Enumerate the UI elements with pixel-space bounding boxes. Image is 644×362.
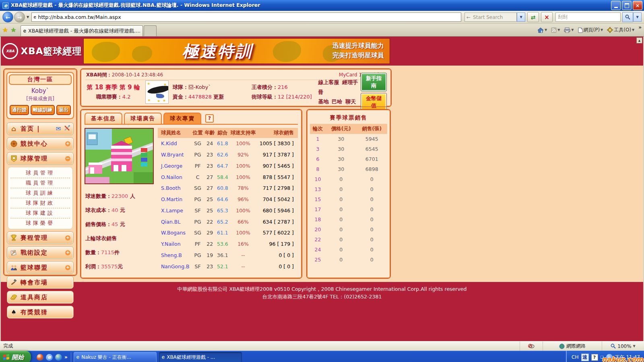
messenger-icon[interactable] — [55, 354, 62, 361]
refresh-button[interactable]: ⇄ — [527, 12, 539, 22]
tab-basic-info[interactable]: 基本信息 — [85, 113, 122, 124]
player-name-link[interactable]: K.Kidd — [158, 138, 192, 149]
sale-price: 45 — [111, 221, 118, 227]
sidebar-item-quiz[interactable]: ♠ 有獎競猜 — [7, 306, 74, 319]
taskbar-task-xba[interactable]: e XBA籃球經理遊戲 - ... — [159, 352, 242, 362]
ime-help-icon[interactable]: ? — [591, 354, 598, 361]
player-row: K.Kidd SG 24 61.8 100% 1005 [ 3830 ] — [158, 138, 298, 149]
toolbar-overflow-icon[interactable]: » — [638, 25, 642, 30]
sidebar-item-competition[interactable]: 競技中心 + — [7, 137, 74, 150]
player-name-link[interactable]: J.George — [158, 160, 192, 172]
favorites-icon[interactable]: ★ — [2, 26, 8, 34]
search-options-dropdown[interactable]: ▼ — [633, 12, 642, 22]
close-button[interactable]: × — [633, 1, 642, 10]
submenu-player-management[interactable]: 球員管理 — [10, 168, 70, 178]
scroll-top-button[interactable]: ▲ — [636, 37, 642, 43]
ie-quicklaunch-icon[interactable]: e — [46, 354, 53, 361]
submenu-staff-management[interactable]: 職員管理 — [10, 178, 70, 188]
help-icon[interactable]: ? — [205, 114, 214, 123]
player-support: 16% — [229, 239, 257, 250]
player-support: 100% — [229, 138, 257, 149]
taskbar-task-nakuz[interactable]: e Nakuz 樂古 - 正在衝... — [74, 352, 157, 362]
submenu-player-training[interactable]: 球員訓練 — [10, 188, 70, 198]
feeds-button[interactable]: ▼ — [551, 27, 560, 33]
tray-collapse-icon[interactable]: ‹ — [606, 354, 613, 360]
ime-toolbar-icon[interactable]: ❏ — [601, 355, 604, 359]
upgrade-member-link[interactable]: [升級成會員] — [9, 95, 72, 102]
search-go-button[interactable] — [622, 12, 633, 22]
player-name-link[interactable]: Sheng.B — [158, 250, 192, 261]
submenu-team-honor[interactable]: 球隊榮譽 — [10, 218, 70, 228]
tools-menu-button[interactable]: 工具(O) ▼ — [607, 27, 634, 33]
sidebar-item-tactics[interactable]: 戰術設定 + — [7, 246, 74, 259]
player-name-link[interactable]: O.Martin — [158, 194, 192, 205]
start-button[interactable]: 開始 — [0, 351, 31, 362]
ime-mode-icon[interactable]: 速 — [581, 354, 589, 361]
chat-link[interactable]: 聊天 — [345, 99, 356, 105]
player-name-link[interactable]: W.Bogans — [158, 227, 192, 239]
new-tab-button[interactable] — [144, 25, 157, 36]
tab-stadium-ads[interactable]: 球場廣告 — [124, 113, 162, 124]
add-favorite-icon[interactable]: ★ — [10, 26, 16, 34]
browser-tab-active[interactable]: e XBA籃球經理遊戲 - 最火爆的在線籃球經理遊戲.... — [21, 25, 143, 36]
window-title: XBA籃球經理遊戲 - 最火爆的在線籃球經理遊戲.街頭籃球.NBA.籃球論壇. … — [11, 2, 610, 9]
sidebar-item-item-shop[interactable]: 道具商店 — [7, 291, 74, 304]
offline-training-button[interactable]: 離線訓練 — [31, 105, 55, 115]
gold-topup-button[interactable]: 金幣儲值 — [361, 93, 386, 111]
baha-link[interactable]: 巴哈 — [332, 99, 342, 105]
ticket-round: 18 — [310, 214, 326, 224]
ticket-sold: 0 — [357, 234, 387, 245]
player-jersey-sales: 717 [ 2798 ] — [257, 183, 298, 194]
tools-icon[interactable] — [64, 125, 70, 132]
player-age: 25 — [204, 205, 216, 216]
ticket-round: 8 — [310, 164, 326, 174]
page-menu-button[interactable]: 網頁(P) ▼ — [578, 27, 603, 33]
search-provider-box[interactable]: ← Start Search — [464, 12, 517, 22]
player-age: 24 — [204, 138, 216, 149]
ticket-round: 13 — [310, 184, 326, 194]
funds-update-link[interactable]: 更新 — [213, 94, 224, 100]
pass-button[interactable]: 通行證 — [10, 105, 29, 115]
player-jersey-sales: 1005 [ 3830 ] — [257, 138, 298, 149]
zoom-control[interactable]: 100% ▼ — [602, 341, 644, 351]
player-name-link[interactable]: Qian.BL — [158, 216, 192, 227]
newbie-guide-button[interactable]: 新手指南 — [361, 73, 386, 91]
search-hint: Start Search — [473, 14, 503, 20]
submenu-team-construction[interactable]: 球隊建設 — [10, 208, 70, 218]
player-name-link[interactable]: O.Nailon — [158, 171, 192, 183]
sidebar-item-transfer-market[interactable]: 轉會市場 — [7, 276, 74, 289]
print-button[interactable]: ▼ — [564, 27, 574, 33]
logout-button[interactable]: 退出 — [56, 105, 71, 115]
online-service-link[interactable]: 線上客服 — [318, 79, 339, 85]
home-menu-button[interactable]: ▼ — [537, 27, 547, 33]
quicklaunch-overflow-icon[interactable]: » — [64, 354, 68, 360]
player-name-link[interactable]: X.Lampe — [158, 205, 192, 216]
ime-language-indicator[interactable]: CH — [572, 354, 578, 360]
ad-banner[interactable]: 極速特訓 迅速提升球員能力 完美打造明星球員 — [83, 38, 390, 64]
search-input[interactable]: 刮刮 — [555, 12, 621, 22]
address-bar[interactable]: e http://nba.xba.com.tw/Main.aspx — [31, 12, 461, 22]
tab-jersey-shop[interactable]: 球衣專賣 — [163, 113, 201, 124]
sidebar-item-home[interactable]: ⌂ 首页 | ✉ — [7, 122, 74, 135]
player-name-link[interactable]: S.Booth — [158, 183, 192, 194]
search-provider-dropdown[interactable]: ▼ — [517, 12, 525, 22]
player-name-link[interactable]: W.Bryant — [158, 149, 192, 160]
forward-button[interactable]: → — [14, 12, 25, 23]
history-dropdown-icon[interactable]: ▼ — [27, 15, 29, 19]
back-button[interactable]: ← — [2, 12, 13, 23]
base-link[interactable]: 基地 — [318, 99, 329, 105]
player-name-link[interactable]: Y.Nailon — [158, 239, 192, 250]
sidebar-item-schedule[interactable]: 賽程管理 + — [7, 231, 74, 244]
sidebar-item-league[interactable]: 籃球聯盟 + — [7, 261, 74, 274]
sidebar-item-team-management[interactable]: 球隊管理 − — [7, 152, 74, 165]
restore-button[interactable] — [622, 1, 632, 10]
submenu-team-finance[interactable]: 球隊財政 — [10, 198, 70, 208]
media-player-icon[interactable] — [37, 354, 43, 361]
player-row: Qian.BL PG 22 65.2 66% 634 [ 2787 ] — [158, 216, 298, 227]
stop-button[interactable]: × — [541, 12, 553, 22]
minimize-button[interactable] — [611, 1, 621, 10]
ticket-price: 30 — [326, 144, 356, 154]
ticket-sold: 6898 — [357, 164, 387, 174]
player-name-link[interactable]: NanGong.B — [158, 261, 192, 272]
mail-icon[interactable]: ✉ — [56, 125, 61, 132]
